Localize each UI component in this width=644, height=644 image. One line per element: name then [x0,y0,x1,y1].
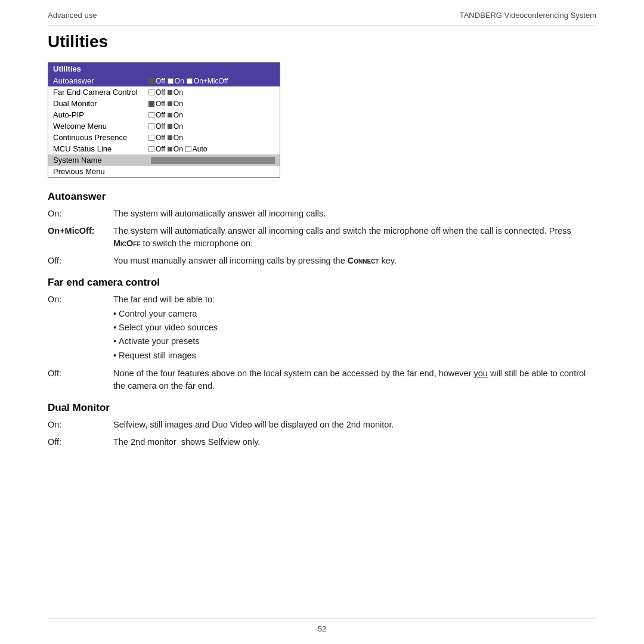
ui-row-options: Off On On+MicOff [148,77,228,85]
def-term: Off: [48,255,113,267]
ui-row-mcu-status[interactable]: MCU Status Line Off On Auto [48,143,280,154]
opt-label: Off [156,88,165,97]
autoanswer-defs: On: The system will automatically answer… [48,208,596,267]
opt-box-filled [148,78,154,84]
opt-on: On [168,134,183,142]
section-dual-monitor-title: Dual Monitor [48,402,596,414]
opt-box-dot [168,101,172,106]
ui-row-options: Off On [148,122,183,131]
fecc-defs: On: The far end will be able to: Control… [48,293,596,392]
def-term: On+MicOff: [48,225,113,250]
opt-off: Off [148,111,165,119]
opt-box-dot [168,90,172,95]
underline-you: you [474,369,488,378]
opt-box-dot [168,147,172,151]
opt-on: On [168,88,183,97]
ui-row-auto-pip[interactable]: Auto-PIP Off On [48,109,280,120]
opt-label: On [174,88,183,97]
ui-row-label: Previous Menu [53,167,148,176]
def-row-off: Off: The 2nd monitor shows Selfview only… [48,436,596,448]
ui-row-fecc[interactable]: Far End Camera Control Off On [48,86,280,98]
opt-label: Off [156,145,165,153]
def-desc: Selfview, still images and Duo Video wil… [113,419,596,431]
page-number: 52 [48,618,596,644]
ui-row-label: Continuous Presence [53,133,148,142]
system-name-bar [151,157,275,164]
def-row-on: On: Selfview, still images and Duo Video… [48,419,596,431]
ui-row-previous-menu[interactable]: Previous Menu [48,166,280,177]
opt-on: On [168,122,183,131]
opt-box-empty2 [187,78,193,84]
opt-off: Off [148,88,165,97]
ui-row-welcome-menu[interactable]: Welcome Menu Off On [48,120,280,132]
opt-label: On [174,145,183,153]
opt-on: On [168,111,183,119]
def-row-off: Off: None of the four features above on … [48,367,596,392]
opt-auto: Auto [185,145,208,153]
opt-off: Off [148,134,165,142]
opt-box-empty2 [185,146,191,152]
opt-off: Off [148,122,165,131]
page: Advanced use TANDBERG Videoconferencing … [0,0,644,644]
opt-box-empty [148,135,154,141]
ui-row-continuous-presence[interactable]: Continuous Presence Off On [48,132,280,143]
def-term: On: [48,208,113,220]
opt-label: On [174,100,183,108]
ui-row-options: Off On [148,100,183,108]
opt-off: Off [148,77,165,85]
def-row-on: On: The system will automatically answer… [48,208,596,220]
main-content: Utilities Utilities Autoanswer Off On [48,26,596,618]
opt-label: Off [156,111,165,119]
def-term: On: [48,419,113,431]
ui-row-label: System Name [53,156,148,165]
ui-row-autoanswer[interactable]: Autoanswer Off On On+MicOff [48,75,280,86]
small-caps-micoff: MicOff [113,239,141,248]
bullet-item: Request still images [113,349,596,363]
bullet-item: Select your video sources [113,321,596,335]
opt-label: Off [156,77,165,85]
opt-label: On+MicOff [194,77,228,85]
ui-row-system-name[interactable]: System Name [48,154,280,166]
opt-off: Off [148,100,165,108]
bullet-item: Activate your presets [113,335,596,348]
def-row-onmicoff: On+MicOff: The system will automatically… [48,225,596,250]
header-left: Advanced use [48,11,97,20]
opt-label: On [174,111,183,119]
page-title: Utilities [48,32,596,51]
def-term: On: [48,293,113,363]
ui-row-label: Welcome Menu [53,122,148,131]
ui-row-options: Off On [148,134,183,142]
opt-on: On [168,77,184,85]
def-desc: You must manually answer all incoming ca… [113,255,596,267]
def-desc: The system will automatically answer all… [113,208,596,220]
def-term: Off: [48,436,113,448]
opt-box-filled [148,101,154,107]
ui-box-header: Utilities [48,63,280,75]
opt-label: On [174,134,183,142]
opt-label: Auto [193,145,208,153]
def-desc: None of the four features above on the l… [113,367,596,392]
opt-on: On [168,100,183,108]
ui-row-dual-monitor[interactable]: Dual Monitor Off On [48,98,280,109]
def-row-on: On: The far end will be able to: Control… [48,293,596,363]
opt-onmicoff: On+MicOff [187,77,228,85]
opt-box-empty [148,89,154,95]
header-center: TANDBERG Videoconferencing System [460,11,596,20]
ui-row-label: MCU Status Line [53,144,148,153]
opt-box-dot [168,135,172,140]
opt-box-empty [148,112,154,118]
opt-off: Off [148,145,165,153]
def-desc: The 2nd monitor shows Selfview only. [113,436,596,448]
opt-label: Off [156,134,165,142]
opt-label: On [174,122,183,131]
page-header: Advanced use TANDBERG Videoconferencing … [48,0,596,26]
opt-box-empty [148,123,154,129]
opt-label: Off [156,122,165,131]
ui-row-options: Off On [148,111,183,119]
bullet-item: Control your camera [113,307,596,321]
opt-label: Off [156,100,165,108]
opt-label: On [175,77,184,85]
small-caps-connect: Connect [348,256,379,265]
bullet-list: Control your camera Select your video so… [113,307,596,363]
ui-row-options: Off On Auto [148,145,208,153]
